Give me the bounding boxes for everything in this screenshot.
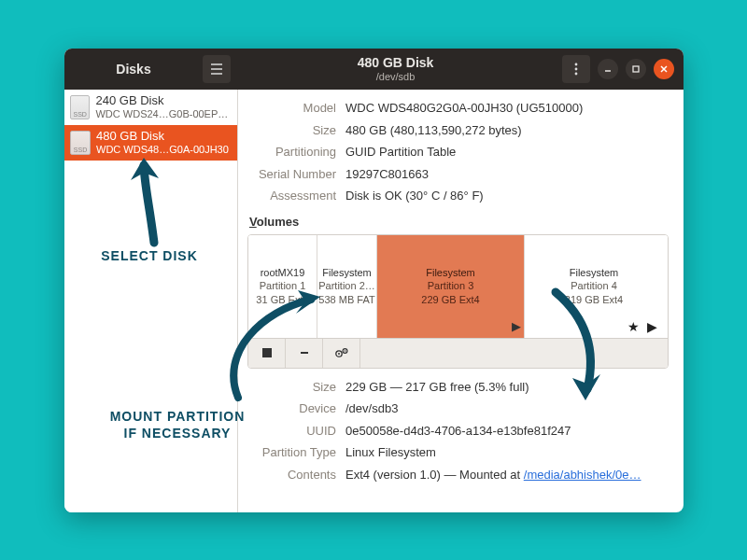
volume-name: Filesystem bbox=[322, 266, 372, 279]
hamburger-icon bbox=[210, 63, 223, 75]
value-disk-size: 480 GB (480,113,590,272 bytes) bbox=[345, 121, 669, 140]
volume-partition: Partition 3 bbox=[428, 279, 474, 292]
svg-point-1 bbox=[575, 68, 578, 71]
close-icon bbox=[659, 64, 669, 74]
svg-point-6 bbox=[338, 353, 340, 355]
value-uuid: 0e50058e-d4d3-4706-a134-e13bfe81f247 bbox=[345, 422, 669, 441]
value-model: WDC WDS480G2G0A-00JH30 (UG510000) bbox=[345, 99, 669, 118]
value-partition-type: Linux Filesystem bbox=[345, 443, 669, 462]
annotation-arrow-select-disk bbox=[121, 154, 177, 247]
value-serial: 19297C801663 bbox=[345, 165, 669, 184]
headerbar: Disks 480 GB Disk /dev/sdb bbox=[64, 49, 684, 90]
label-partition-type: Partition Type bbox=[247, 443, 345, 462]
annotation-arrow-volume bbox=[539, 285, 623, 406]
disk-menu-button[interactable] bbox=[562, 55, 590, 83]
label-serial: Serial Number bbox=[247, 165, 345, 184]
disks-window: Disks 480 GB Disk /dev/sdb bbox=[64, 49, 684, 512]
volume-2[interactable]: FilesystemPartition 3229 GB Ext4▶ bbox=[377, 235, 525, 338]
svg-point-0 bbox=[575, 63, 578, 66]
headerbar-center: 480 GB Disk /dev/sdb bbox=[238, 49, 553, 90]
headerbar-subtitle: /dev/sdb bbox=[376, 71, 416, 82]
label-contents: Contents bbox=[247, 466, 345, 484]
svg-point-2 bbox=[575, 73, 578, 76]
label-disk-size: Size bbox=[247, 121, 345, 140]
minimize-icon bbox=[603, 64, 613, 74]
volume-name: Filesystem bbox=[426, 266, 475, 279]
svg-point-8 bbox=[344, 350, 345, 352]
label-uuid: UUID bbox=[247, 422, 345, 441]
ssd-icon: SSD bbox=[70, 131, 91, 155]
volume-fs: 229 GB Ext4 bbox=[421, 293, 479, 306]
label-model: Model bbox=[247, 99, 345, 118]
sidebar-disk-title: 240 GB Disk bbox=[95, 94, 230, 108]
headerbar-title: 480 GB Disk bbox=[358, 56, 434, 70]
maximize-button[interactable] bbox=[626, 59, 646, 79]
mount-point-link[interactable]: /media/abhishek/0e… bbox=[524, 468, 641, 482]
star-play-icon: ★ ▶ bbox=[627, 318, 659, 335]
minimize-button[interactable] bbox=[598, 59, 618, 79]
label-assessment: Assessment bbox=[247, 187, 345, 205]
maximize-icon bbox=[631, 64, 641, 74]
svg-rect-3 bbox=[633, 66, 639, 72]
value-contents: Ext4 (version 1.0) — Mounted at /media/a… bbox=[345, 466, 669, 484]
volume-name: Filesystem bbox=[570, 266, 619, 279]
gears-icon bbox=[334, 346, 349, 359]
play-icon: ▶ bbox=[512, 319, 521, 335]
annotation-arrow-mount bbox=[210, 287, 331, 409]
label-partitioning: Partitioning bbox=[247, 143, 345, 161]
sidebar-disk-title: 480 GB Disk bbox=[96, 130, 229, 144]
headerbar-right bbox=[553, 49, 684, 90]
volumes-heading: Volumes bbox=[249, 215, 669, 229]
sidebar-disk-model: WDC WDS24…G0B-00EPW0 bbox=[95, 108, 230, 120]
kebab-icon bbox=[574, 63, 578, 76]
value-partitioning: GUID Partition Table bbox=[345, 143, 669, 161]
close-button[interactable] bbox=[654, 59, 674, 79]
value-assessment: Disk is OK (30° C / 86° F) bbox=[345, 187, 669, 205]
volume-name: rootMX19 bbox=[261, 266, 305, 279]
app-menu-button[interactable] bbox=[203, 55, 231, 83]
headerbar-left-title: Disks bbox=[72, 62, 195, 77]
sidebar-disk-0[interactable]: SSD 240 GB Disk WDC WDS24…G0B-00EPW0 bbox=[64, 90, 237, 125]
ssd-icon: SSD bbox=[70, 95, 90, 119]
headerbar-left: Disks bbox=[64, 49, 238, 90]
